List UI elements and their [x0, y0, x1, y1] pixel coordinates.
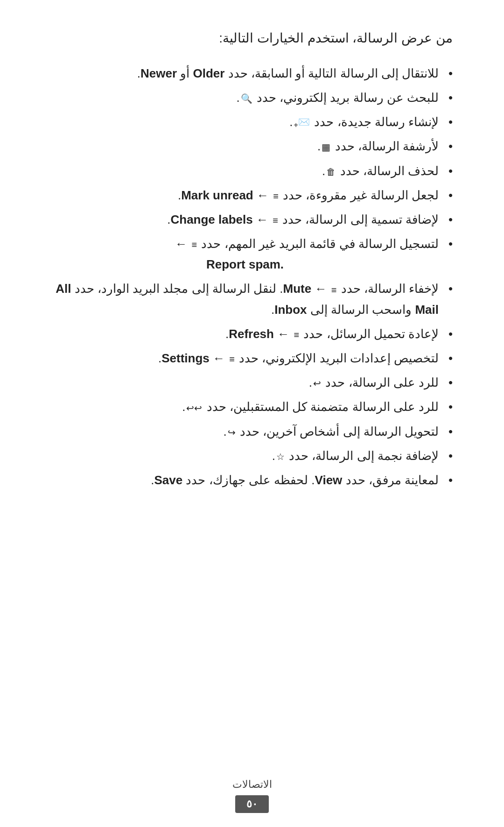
list-item-refresh: لإعادة تحميل الرسائل، حدد ≡ ← Refresh.	[51, 324, 453, 344]
footer: الاتصالات ٥٠	[0, 769, 504, 827]
list-item-change-labels: لإضافة تسمية إلى الرسالة، حدد ≡ ← Change…	[51, 209, 453, 230]
menu-icon-report-spam: ≡	[192, 237, 197, 253]
archive-icon: ▦	[322, 139, 330, 155]
list-item-reply: للرد على الرسالة، حدد ↩.	[51, 372, 453, 393]
footer-section-label: الاتصالات	[232, 778, 272, 791]
view-label: View	[315, 473, 343, 487]
menu-icon-refresh: ≡	[294, 327, 299, 343]
text-reply: للرد على الرسالة، حدد ↩.	[309, 375, 439, 389]
text-navigate: للانتقال إلى الرسالة التالية أو السابقة،…	[137, 66, 439, 80]
list-item-delete: لحذف الرسالة، حدد 🗑.	[51, 161, 453, 181]
mark-unread-label: Mark unread	[181, 188, 253, 202]
newer-label: Newer	[140, 66, 177, 80]
list-item-compose: لإنشاء رسالة جديدة، حدد ✉️+.	[51, 112, 453, 132]
reply-all-icon: ↩↩	[186, 400, 202, 416]
search-icon: 🔍	[241, 91, 252, 106]
forward-icon: ↪	[228, 424, 236, 440]
list-item-navigate: للانتقال إلى الرسالة التالية أو السابقة،…	[51, 63, 453, 84]
menu-icon-mark-unread: ≡	[273, 188, 279, 204]
list-item-search: للبحث عن رسالة بريد إلكتروني، حدد 🔍.	[51, 87, 453, 108]
star-icon: ☆	[276, 449, 285, 465]
settings-label: Settings	[161, 351, 210, 365]
text-change-labels: لإضافة تسمية إلى الرسالة، حدد ≡ ← Change…	[167, 212, 439, 226]
reply-icon: ↩	[313, 375, 321, 391]
list-item-settings: لتخصيص إعدادات البريد الإلكتروني، حدد ≡ …	[51, 348, 453, 368]
list-item-mark-unread: لجعل الرسالة غير مقروءة، حدد ≡ ← Mark un…	[51, 185, 453, 205]
page-content: من عرض الرسالة، استخدم الخيارات التالية:…	[23, 0, 481, 769]
text-star: لإضافة نجمة إلى الرسالة، حدد ☆.	[272, 449, 439, 463]
delete-icon: 🗑	[326, 164, 336, 180]
text-compose: لإنشاء رسالة جديدة، حدد ✉️+.	[289, 115, 439, 129]
older-label: Older	[193, 66, 225, 80]
footer-page-number: ٥٠	[235, 795, 269, 813]
text-attachment: لمعاينة مرفق، حدد View. لحفظه على جهازك،…	[151, 473, 439, 487]
text-archive: لأرشفة الرسالة، حدد ▦.	[317, 139, 439, 153]
menu-icon-settings: ≡	[229, 351, 235, 367]
list-item-reply-all: للرد على الرسالة متضمنة كل المستقبلين، ح…	[51, 396, 453, 417]
menu-icon-mute: ≡	[331, 282, 337, 298]
menu-icon-change-labels: ≡	[273, 212, 278, 228]
intro-text: من عرض الرسالة، استخدم الخيارات التالية:	[51, 28, 453, 49]
text-settings: لتخصيص إعدادات البريد الإلكتروني، حدد ≡ …	[158, 351, 439, 365]
text-mute: لإخفاء الرسالة، حدد ≡ ← Mute. لنقل الرسا…	[56, 282, 439, 316]
text-mark-unread: لجعل الرسالة غير مقروءة، حدد ≡ ← Mark un…	[178, 188, 439, 202]
text-reply-all: للرد على الرسالة متضمنة كل المستقبلين، ح…	[182, 400, 439, 414]
save-label: Save	[154, 473, 182, 487]
refresh-label: Refresh	[229, 327, 274, 341]
list-item-archive: لأرشفة الرسالة، حدد ▦.	[51, 136, 453, 156]
text-forward: لتحويل الرسالة إلى أشخاص آخرين، حدد ↪.	[223, 424, 439, 438]
text-delete: لحذف الرسالة، حدد 🗑.	[322, 164, 439, 178]
list-item-attachment: لمعاينة مرفق، حدد View. لحفظه على جهازك،…	[51, 470, 453, 490]
report-spam-label: Report spam.	[51, 254, 439, 275]
text-search: للبحث عن رسالة بريد إلكتروني، حدد 🔍.	[236, 91, 439, 105]
text-refresh: لإعادة تحميل الرسائل، حدد ≡ ← Refresh.	[225, 327, 439, 341]
list-item-mute: لإخفاء الرسالة، حدد ≡ ← Mute. لنقل الرسا…	[51, 278, 453, 319]
list-item-star: لإضافة نجمة إلى الرسالة، حدد ☆.	[51, 445, 453, 466]
bullet-list: للانتقال إلى الرسالة التالية أو السابقة،…	[51, 63, 453, 490]
compose-icon: ✉️+	[294, 114, 310, 132]
mute-label: Mute	[283, 282, 312, 296]
list-item-report-spam: لتسجيل الرسالة في قائمة البريد غير المهم…	[51, 233, 453, 275]
change-labels-label: Change labels	[170, 212, 252, 226]
inbox-label: Inbox	[274, 303, 307, 317]
list-item-forward: لتحويل الرسالة إلى أشخاص آخرين، حدد ↪.	[51, 421, 453, 442]
text-report-spam: لتسجيل الرسالة في قائمة البريد غير المهم…	[51, 237, 439, 275]
all-mail-label: All Mail	[56, 282, 439, 316]
